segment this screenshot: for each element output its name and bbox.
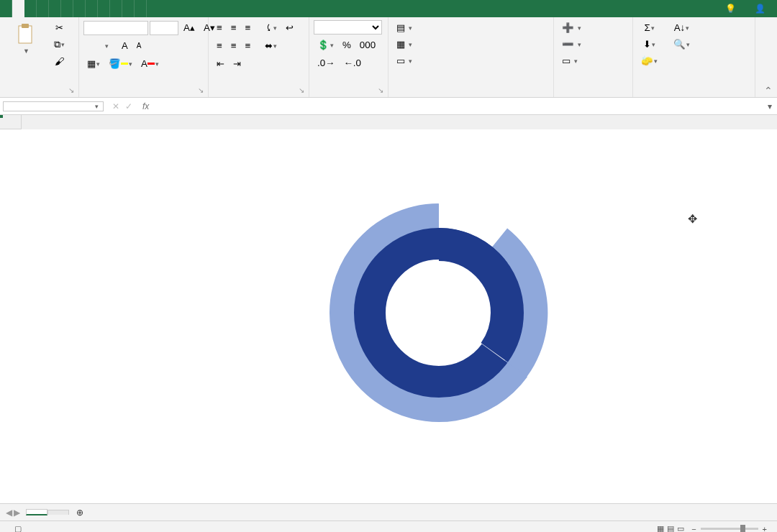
paste-button[interactable]: ▼ [4, 20, 47, 58]
wrap-text-button[interactable]: ↩ [282, 20, 297, 35]
orientation-button[interactable]: ⤹▾ [261, 20, 281, 35]
align-left-button[interactable]: ≡ [213, 38, 226, 53]
borders-button[interactable]: ▦▾ [83, 56, 104, 71]
align-top-button[interactable]: ≡ [213, 20, 226, 35]
font-name-combo[interactable] [83, 21, 148, 35]
accounting-format-button[interactable]: 💲▾ [314, 37, 337, 52]
align-bottom-button[interactable]: ≡ [242, 20, 255, 35]
select-all-button[interactable] [0, 115, 22, 129]
copy-icon: ⧉ [54, 39, 60, 50]
normal-view-button[interactable]: ▦ [657, 524, 664, 532]
increase-decimal-button[interactable]: .0→ [314, 55, 338, 70]
align-top-icon: ≡ [217, 22, 222, 33]
tab-view[interactable] [86, 0, 98, 17]
format-cells-button[interactable]: ▭ ▾ [558, 53, 628, 68]
autosum-button[interactable]: Σ▾ [637, 20, 661, 35]
conditional-formatting-button[interactable]: ▤ ▾ [393, 20, 549, 35]
insert-cells-button[interactable]: ➕ ▾ [558, 20, 628, 35]
underline-button[interactable]: ▾ [101, 40, 112, 52]
search-icon: 🔍 [673, 39, 686, 50]
column-headers[interactable] [22, 115, 777, 129]
fill-color-button[interactable]: 🪣▾ [105, 56, 136, 71]
sheet-nav-first-icon[interactable]: ◀ [6, 508, 12, 518]
zoom-out-button[interactable]: − [691, 525, 696, 533]
tab-developer[interactable] [110, 0, 122, 17]
clear-button[interactable]: 🧽▾ [637, 53, 661, 68]
macro-record-icon[interactable]: ▢ [14, 524, 22, 532]
enter-formula-icon[interactable]: ✓ [125, 101, 132, 111]
align-middle-button[interactable]: ≡ [227, 20, 240, 35]
decrease-indent-button[interactable]: ⇤ [213, 56, 228, 71]
tab-file[interactable] [0, 0, 12, 17]
tab-insert[interactable] [24, 0, 37, 17]
borders-icon: ▦ [87, 58, 96, 69]
tab-home[interactable] [12, 0, 24, 17]
collapse-ribbon-button[interactable]: ⌃ [764, 85, 773, 96]
bold-button[interactable] [83, 44, 91, 48]
page-layout-view-button[interactable]: ▤ [667, 524, 674, 532]
merge-button[interactable]: ⬌▾ [261, 38, 281, 53]
align-center-button[interactable]: ≡ [227, 38, 240, 53]
align-left-icon: ≡ [217, 40, 222, 51]
sheet-tab-other[interactable] [47, 510, 69, 515]
tell-me[interactable]: 💡 [718, 0, 748, 17]
percent-format-button[interactable]: % [339, 37, 355, 52]
expand-formula-bar-button[interactable]: ▾ [763, 101, 777, 111]
name-box[interactable]: ▾ [3, 101, 104, 111]
shrink-font-a-button[interactable]: A [133, 40, 145, 52]
font-size-combo[interactable] [150, 21, 178, 35]
doughnut-chart[interactable] [302, 187, 576, 439]
tab-powerpivot[interactable] [98, 0, 110, 17]
tab-review[interactable] [73, 0, 86, 17]
ribbon: ▼ ✂ ⧉▾ 🖌 ↘ A▴ A▾ ▾ A A [0, 17, 777, 98]
cell-styles-button[interactable]: ▭ ▾ [393, 53, 549, 68]
fill-button[interactable]: ⬇▾ [637, 37, 661, 52]
decrease-decimal-button[interactable]: ←.0 [340, 55, 364, 70]
dialog-launcher-icon[interactable]: ↘ [378, 86, 383, 94]
align-right-icon: ≡ [245, 40, 251, 51]
cut-button[interactable]: ✂ [50, 20, 68, 35]
find-select-button[interactable]: 🔍▾ [670, 37, 694, 52]
tab-data[interactable] [61, 0, 73, 17]
formula-input[interactable] [153, 98, 763, 114]
align-middle-icon: ≡ [231, 22, 237, 33]
font-color-button[interactable]: A▾ [137, 56, 163, 71]
delete-cells-button[interactable]: ➖ ▾ [558, 37, 628, 52]
chevron-down-icon: ▼ [23, 47, 29, 55]
tab-formulas[interactable] [49, 0, 61, 17]
font-color-icon: A [141, 58, 147, 69]
format-painter-button[interactable]: 🖌 [50, 54, 68, 69]
sheet-tab-active[interactable] [26, 509, 47, 515]
indent-left-icon: ⇤ [217, 58, 224, 69]
eraser-icon: 🧽 [641, 55, 653, 66]
dialog-launcher-icon[interactable]: ↘ [68, 86, 74, 94]
sort-filter-button[interactable]: A↓▾ [670, 20, 694, 35]
worksheet-grid[interactable]: ✥ [0, 115, 777, 503]
copy-button[interactable]: ⧉▾ [50, 37, 68, 52]
tab-powerpivot2[interactable] [135, 0, 147, 17]
sheet-nav-last-icon[interactable]: ▶ [14, 508, 20, 518]
dialog-launcher-icon[interactable]: ↘ [198, 86, 204, 94]
dialog-launcher-icon[interactable]: ↘ [299, 86, 304, 94]
orientation-icon: ⤹ [265, 22, 273, 33]
tab-page-layout[interactable] [37, 0, 49, 17]
status-bar: ▢ ▦ ▤ ▭ − + [0, 520, 777, 532]
zoom-in-button[interactable]: + [763, 525, 767, 533]
format-as-table-button[interactable]: ▦ ▾ [393, 37, 549, 52]
conditional-icon: ▤ [396, 22, 405, 33]
share-button[interactable]: 👤 [748, 0, 777, 17]
zoom-slider[interactable] [701, 528, 758, 530]
fx-icon[interactable]: fx [138, 101, 153, 111]
new-sheet-button[interactable]: ⊕ [69, 508, 91, 518]
tab-easydoc[interactable] [122, 0, 135, 17]
cancel-formula-icon[interactable]: ✕ [112, 101, 119, 111]
italic-button[interactable] [92, 44, 99, 48]
page-break-view-button[interactable]: ▭ [677, 524, 684, 532]
align-right-button[interactable]: ≡ [242, 38, 255, 53]
chevron-down-icon: ▾ [768, 101, 772, 111]
increase-font-button[interactable]: A▴ [180, 20, 199, 35]
grow-font-a-button[interactable]: A [118, 38, 132, 53]
increase-indent-button[interactable]: ⇥ [230, 56, 245, 71]
comma-format-button[interactable]: 000 [356, 37, 379, 52]
number-format-combo[interactable] [314, 20, 382, 35]
